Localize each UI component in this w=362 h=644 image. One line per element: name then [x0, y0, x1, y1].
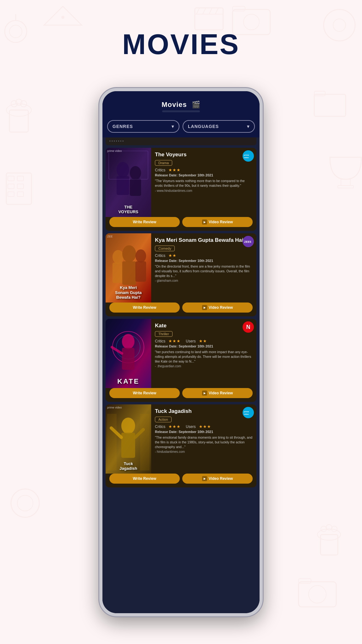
- scroll-indicator: [162, 110, 200, 112]
- svg-rect-29: [341, 179, 350, 186]
- streaming-badge-netflix: N: [243, 321, 254, 333]
- streaming-badge-prime2: prime video: [243, 407, 254, 418]
- card-buttons-voyeurs: Write Review ▶ Video Review: [106, 217, 256, 231]
- svg-point-54: [135, 249, 146, 263]
- svg-point-16: [6, 104, 31, 116]
- svg-rect-40: [299, 579, 311, 583]
- movie-card-tuck: prime video: [106, 404, 256, 487]
- phone-mockup: Movies 🎬 GENRES ▾ LANGUAGES ▾ • • • • • …: [99, 88, 263, 616]
- app-title: Movies 🎬: [109, 101, 253, 109]
- review-text-kate: "her punches continuing to land with mor…: [155, 350, 253, 364]
- svg-text:video: video: [244, 157, 249, 158]
- movie-info-voyeurs: prime video The Voyeurs Drama Critics ★★…: [151, 148, 256, 217]
- card-buttons-kate: Write Review ▶ Video Review: [106, 388, 256, 402]
- genre-badge-tuck: Action: [155, 417, 172, 422]
- movies-list[interactable]: • • • • • • • prime video: [102, 137, 260, 613]
- video-review-button-tuck[interactable]: ▶ Video Review: [182, 474, 253, 484]
- power-button: [261, 173, 263, 204]
- chevron-down-icon: ▾: [247, 124, 250, 129]
- svg-point-5: [244, 14, 259, 30]
- review-text-sonam: "On the directorial front, there are a f…: [155, 264, 253, 278]
- svg-point-42: [117, 162, 129, 178]
- svg-point-37: [332, 526, 337, 532]
- card-buttons-tuck: Write Review ▶ Video Review: [106, 474, 256, 487]
- write-review-button-kate[interactable]: Write Review: [109, 388, 180, 398]
- genres-filter-button[interactable]: GENRES ▾: [107, 120, 179, 133]
- svg-rect-53: [122, 261, 136, 285]
- svg-point-50: [112, 250, 124, 264]
- svg-rect-55: [135, 261, 146, 282]
- svg-rect-30: [338, 186, 354, 188]
- volume-up-button: [99, 179, 101, 204]
- svg-point-7: [324, 9, 355, 41]
- svg-point-31: [11, 489, 39, 517]
- review-text-voyeurs: "The Voyeurs wants nothing more than to …: [155, 179, 253, 188]
- svg-rect-24: [17, 176, 24, 181]
- svg-rect-20: [314, 94, 346, 116]
- movie-info-sonam: ZEE5 Kya Meri Sonam Gupta Bewafa Hai Com…: [151, 233, 256, 303]
- rating-row-voyeurs: Critics ★★★: [155, 168, 253, 172]
- svg-line-11: [196, 8, 200, 14]
- streaming-badge-prime: prime video: [243, 150, 254, 162]
- movie-title-voyeurs: The Voyeurs: [155, 152, 253, 158]
- release-date-voyeurs: Release Date: September 10th 2021: [155, 173, 253, 177]
- svg-rect-25: [8, 184, 14, 189]
- movie-title-kate: Kate: [155, 323, 253, 329]
- movie-card-sonam: ZEE: [106, 233, 256, 316]
- svg-text:video: video: [244, 413, 249, 415]
- release-date-sonam: Release Date: September 10th 2021: [155, 259, 253, 263]
- movie-card-voyeurs: prime video: [106, 148, 256, 231]
- languages-filter-button[interactable]: LANGUAGES ▾: [183, 120, 255, 133]
- svg-line-13: [209, 8, 212, 14]
- svg-rect-45: [130, 179, 141, 196]
- rating-row-sonam: Critics ★★: [155, 253, 253, 258]
- video-review-button-sonam[interactable]: ▶ Video Review: [182, 303, 253, 313]
- movie-card-kate: KATE N Kate Thriller Critics ★★★ Users ★…: [106, 319, 256, 402]
- write-review-button-sonam[interactable]: Write Review: [109, 303, 180, 313]
- svg-rect-27: [8, 192, 14, 197]
- svg-rect-65: [121, 433, 135, 458]
- movie-info-kate: N Kate Thriller Critics ★★★ Users ★★ Rel…: [151, 319, 256, 388]
- video-icon: ▶: [202, 476, 207, 481]
- streaming-badge-zee5: ZEE5: [243, 236, 254, 247]
- svg-point-36: [326, 525, 332, 530]
- genre-badge-kate: Thriller: [155, 331, 173, 337]
- svg-point-1: [9, 25, 22, 38]
- svg-point-17: [11, 101, 17, 107]
- svg-point-0: [5, 20, 27, 42]
- genre-badge-sonam: Comedy: [155, 246, 175, 251]
- video-review-button-kate[interactable]: ▶ Video Review: [182, 388, 253, 398]
- svg-point-52: [122, 245, 136, 262]
- review-text-tuck: "The emotional family drama moments are …: [155, 435, 253, 449]
- svg-point-35: [321, 526, 326, 532]
- svg-text:ZEE5: ZEE5: [244, 240, 251, 243]
- chevron-down-icon: ▾: [172, 124, 174, 129]
- svg-rect-38: [299, 582, 336, 607]
- video-icon: ▶: [202, 305, 207, 310]
- video-icon: ▶: [202, 219, 207, 225]
- svg-point-18: [16, 99, 22, 105]
- review-source-kate: - .theguardian.com: [155, 364, 253, 368]
- rating-row-tuck: Critics ★★★ Users ★★★: [155, 424, 253, 429]
- rating-row-kate: Critics ★★★ Users ★★: [155, 339, 253, 343]
- svg-point-8: [333, 19, 346, 31]
- svg-point-3: [61, 16, 64, 19]
- svg-rect-6: [233, 6, 245, 11]
- video-review-button-voyeurs[interactable]: ▶ Video Review: [182, 217, 253, 227]
- page-title: MOVIES: [122, 28, 240, 61]
- svg-line-12: [203, 8, 206, 14]
- release-date-tuck: Release Date: September 10th 2021: [155, 430, 253, 434]
- write-review-button-tuck[interactable]: Write Review: [109, 474, 180, 484]
- write-review-button-voyeurs[interactable]: Write Review: [109, 217, 180, 227]
- partial-card-hint: • • • • • • •: [106, 137, 256, 145]
- svg-point-32: [17, 495, 33, 511]
- svg-rect-33: [321, 535, 338, 555]
- movie-poster-voyeurs: prime video: [106, 148, 151, 217]
- volume-down-button: [99, 154, 101, 173]
- svg-rect-21: [314, 91, 325, 96]
- svg-rect-51: [112, 263, 124, 283]
- svg-point-64: [121, 418, 135, 434]
- svg-text:prime: prime: [244, 411, 249, 413]
- svg-rect-26: [17, 184, 24, 189]
- svg-point-60: [122, 334, 134, 349]
